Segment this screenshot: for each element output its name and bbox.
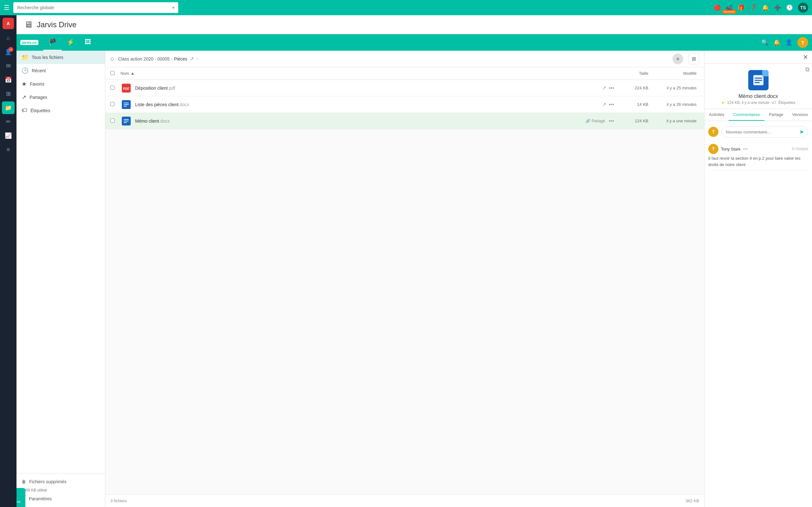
sidebar-icon-dashboard[interactable]: ⊞ <box>2 88 14 100</box>
deleted-files-label: Fichiers supprimés <box>29 479 66 484</box>
file-footer: 3 fichiers 362 KB <box>105 494 704 507</box>
file-preview-section: Mémo client.docx ★ 124 KB, il y a une mi… <box>705 64 812 109</box>
file-checkbox-1[interactable] <box>110 86 114 90</box>
comment-text: Il faut revoir la section 4 en p.2 pour … <box>708 155 808 168</box>
pdf-icon: PDF <box>120 82 132 94</box>
settings-label: Paramètres <box>29 496 52 501</box>
sidebar-icon-calendar[interactable]: 📅 <box>2 73 14 86</box>
main-layout: 📁 Tous les fichiers 🕐 Récent ★ Favoris ↗… <box>16 51 812 507</box>
sidebar-icon-person[interactable]: 👤 29 <box>2 46 14 58</box>
folder-icon: 📁 <box>21 54 29 61</box>
gift-icon[interactable]: 🎁 <box>738 4 745 11</box>
left-panel-favorites[interactable]: ★ Favoris <box>16 77 105 91</box>
sub-nav-bell-icon[interactable]: 🔔 <box>773 39 780 46</box>
sub-nav-files[interactable]: 🏴 <box>44 34 61 51</box>
row-checkbox-3[interactable] <box>110 118 120 124</box>
video-icon[interactable]: 📹 Nouveau <box>726 4 733 11</box>
grid-view-button[interactable]: ⊞ <box>688 54 699 64</box>
trash-icon: 🗑 <box>21 479 26 484</box>
sort-icon: ▲ <box>131 71 135 76</box>
select-all-checkbox[interactable] <box>110 71 114 75</box>
comment-input-wrapper[interactable]: ➤ <box>722 126 808 137</box>
file-checkbox-2[interactable] <box>110 102 114 106</box>
preview-filename: Mémo client.docx <box>739 94 778 99</box>
more-button-2[interactable]: ••• <box>609 102 614 107</box>
tags-meta-label: Étiquettes <box>778 101 795 105</box>
app-logo: A <box>3 18 14 29</box>
tab-activities[interactable]: Activités <box>705 109 728 121</box>
clock-icon[interactable]: 🕐 <box>786 4 793 11</box>
icon-sidebar: A ⌂ 👤 29 ✉ 📅 ⊞ 📁 ✏ 📈 ≡ <box>0 15 16 507</box>
hamburger-button[interactable]: ☰ <box>4 4 9 11</box>
breadcrumb-home[interactable]: ⌂ <box>110 55 114 62</box>
table-row[interactable]: Mémo client.docx 🔗 Partagé ••• 124 KB il… <box>105 113 704 129</box>
sub-nav-activity[interactable]: ⚡ <box>61 34 80 51</box>
tags-label: Étiquettes <box>31 108 50 113</box>
sub-nav-avatar[interactable]: T <box>798 37 808 48</box>
notification-icon[interactable]: 🔔 <box>762 4 769 11</box>
nouveau-badge: Nouveau <box>722 10 736 14</box>
comment-send-button[interactable]: ➤ <box>799 128 804 135</box>
sidebar-icon-edit[interactable]: ✏ <box>2 115 14 128</box>
total-size: 362 KB <box>686 498 699 503</box>
svg-rect-4 <box>124 104 129 105</box>
row-checkbox-2[interactable] <box>110 102 120 107</box>
sidebar-icon-mail[interactable]: ✉ <box>2 60 14 72</box>
close-panel-button[interactable]: ✕ <box>803 53 808 61</box>
tab-sharing[interactable]: Partage <box>764 109 788 121</box>
tab-comments[interactable]: Commentaires <box>728 109 764 121</box>
comment-more-button[interactable]: ••• <box>743 147 748 152</box>
file-table: PDF Déposition client.pdf ↗ ••• 224 KB i… <box>105 80 704 494</box>
sub-nav-search-icon[interactable]: 🔍 <box>761 39 768 46</box>
add-file-button[interactable]: ＋ <box>672 54 683 64</box>
header-checkbox[interactable] <box>110 71 120 76</box>
settings-item[interactable]: ⚙ Paramètres <box>21 494 100 503</box>
detail-tabs: Activités Commentaires Partage Versions <box>705 109 812 121</box>
more-button-1[interactable]: ••• <box>609 85 614 91</box>
sidebar-icon-list[interactable]: ≡ <box>2 143 14 156</box>
sub-nav-right: 🔍 🔔 👤 T <box>761 37 808 48</box>
left-panel-shared[interactable]: ↗ Partages <box>16 91 105 104</box>
table-row[interactable]: Liste des pièces client.docx ↗ ••• 14 KB… <box>105 96 704 113</box>
file-checkbox-3[interactable] <box>110 118 114 123</box>
sub-nav-gallery[interactable]: 🖼 <box>80 34 96 51</box>
user-avatar[interactable]: TS <box>798 3 808 13</box>
global-search-bar[interactable]: ▾ <box>13 2 178 13</box>
table-row[interactable]: PDF Déposition client.pdf ↗ ••• 224 KB i… <box>105 80 704 96</box>
share-button-2[interactable]: ↗ <box>602 101 606 107</box>
sidebar-icon-home[interactable]: ⌂ <box>2 32 14 44</box>
add-icon[interactable]: ➕ <box>774 4 781 11</box>
sidebar-icon-drive[interactable]: 📁 <box>2 101 14 114</box>
more-button-3[interactable]: ••• <box>609 118 614 124</box>
sub-nav-person-icon[interactable]: 👤 <box>785 39 792 46</box>
left-panel-all-files[interactable]: 📁 Tous les fichiers <box>16 51 105 64</box>
share-button-1[interactable]: ↗ <box>602 85 606 91</box>
comment-input[interactable] <box>726 130 797 134</box>
preview-action-button[interactable]: ⧉ <box>805 66 809 73</box>
shared-label: Partages <box>30 95 47 100</box>
link-icon: 🔗 <box>586 119 590 123</box>
storage-info: 1008 KB utilisé <box>21 486 100 494</box>
left-panel-recent[interactable]: 🕐 Récent <box>16 64 105 77</box>
tab-versions[interactable]: Versions <box>788 109 812 121</box>
file-size-1: 224 KB <box>617 86 648 90</box>
sidebar-icon-chart[interactable]: 📈 <box>2 129 14 142</box>
search-input[interactable] <box>17 5 170 10</box>
svg-rect-12 <box>755 80 762 81</box>
alert-icon[interactable]: 🔴 <box>714 4 721 11</box>
column-name-header[interactable]: Nom ▲ <box>120 71 617 76</box>
share-icon: ↗ <box>21 94 26 101</box>
comment-entry: T Tony Stark ••• À l'instant Il faut rev… <box>708 141 808 170</box>
column-modified-header[interactable]: Modifié <box>648 71 699 76</box>
breadcrumb-folder[interactable]: Pièces <box>174 56 187 61</box>
breadcrumb-share-icon[interactable]: ↗ <box>190 56 194 62</box>
file-name-3: Mémo client.docx <box>135 118 586 124</box>
column-size-header[interactable]: Taille <box>617 71 648 76</box>
help-icon[interactable]: ❓ <box>750 4 757 11</box>
file-actions-3: ••• <box>609 118 614 124</box>
file-size-2: 14 KB <box>617 102 648 107</box>
breadcrumb-case[interactable]: Class action 2020 - 00005 <box>118 56 170 61</box>
deleted-files-item[interactable]: 🗑 Fichiers supprimés <box>21 477 100 486</box>
left-panel-tags[interactable]: 🏷 Étiquettes <box>16 104 105 117</box>
row-checkbox-1[interactable] <box>110 86 120 91</box>
